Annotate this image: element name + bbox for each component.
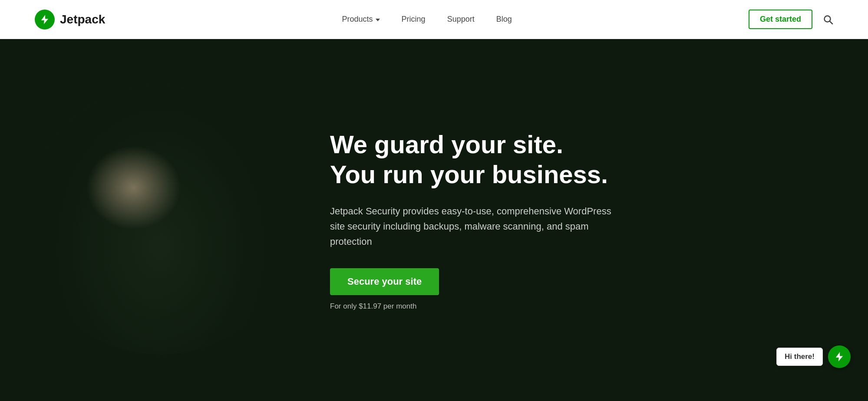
nav-support[interactable]: Support	[447, 15, 475, 24]
chat-open-button[interactable]	[828, 345, 851, 368]
logo-link[interactable]: Jetpack	[35, 10, 105, 30]
chat-bubble: Hi there!	[776, 345, 851, 368]
hero-headline: We guard your site. You run your busines…	[330, 129, 612, 190]
hero-headline-line1: We guard your site.	[330, 130, 563, 158]
search-icon	[823, 14, 833, 25]
hero-section: We guard your site. You run your busines…	[0, 39, 868, 401]
logo-icon	[35, 10, 55, 30]
nav-pricing[interactable]: Pricing	[402, 15, 426, 24]
hero-subtext: Jetpack Security provides easy-to-use, c…	[330, 204, 612, 250]
lightning-logo-icon	[39, 14, 50, 25]
navbar: Jetpack Products Pricing Support Blog Ge…	[0, 0, 868, 39]
search-button[interactable]	[823, 14, 833, 25]
chat-greeting: Hi there!	[776, 348, 823, 366]
hero-headline-line2: You run your business.	[330, 160, 608, 188]
secure-site-button[interactable]: Secure your site	[330, 268, 439, 295]
hero-content: We guard your site. You run your busines…	[330, 129, 612, 311]
products-chevron-icon	[376, 19, 380, 21]
nav-links: Products Pricing Support Blog	[342, 15, 512, 24]
nav-actions: Get started	[749, 10, 833, 29]
svg-line-1	[830, 21, 832, 24]
get-started-button[interactable]: Get started	[749, 10, 812, 29]
hero-cta-group: Secure your site For only $11.97 per mon…	[330, 268, 612, 311]
nav-blog[interactable]: Blog	[496, 15, 512, 24]
price-note: For only $11.97 per month	[330, 302, 612, 311]
logo-text: Jetpack	[60, 13, 105, 26]
chat-lightning-icon	[834, 351, 845, 362]
nav-products[interactable]: Products	[342, 15, 380, 24]
